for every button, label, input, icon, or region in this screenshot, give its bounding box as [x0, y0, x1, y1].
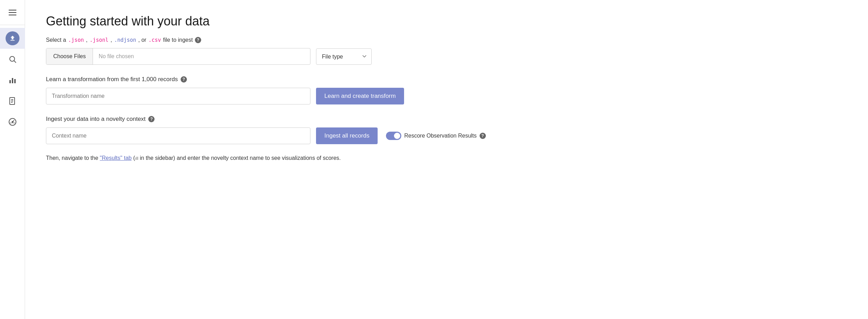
sidebar-item-dashboard[interactable]	[0, 111, 25, 132]
sidebar-bar-icon: ıll	[135, 156, 138, 161]
learn-transform-button[interactable]: Learn and create transform	[316, 88, 404, 104]
ingest-section-label: Ingest your data into a novelty context …	[46, 116, 847, 123]
transform-input-row: Learn and create transform	[46, 88, 847, 104]
upload-circle	[6, 31, 19, 45]
dashboard-icon	[8, 118, 17, 126]
svg-rect-3	[12, 78, 13, 83]
ingest-input-row: Ingest all records Rescore Observation R…	[46, 127, 847, 144]
file-section-description: Select a .json, .jsonl, .ndjson, or .csv…	[46, 37, 847, 43]
svg-line-1	[14, 61, 16, 63]
svg-point-0	[10, 56, 15, 61]
svg-rect-2	[9, 80, 11, 83]
sidebar-nav	[0, 25, 25, 132]
search-icon	[8, 55, 17, 63]
sidebar-item-analytics[interactable]	[0, 70, 25, 91]
footer-icon-prefix: (	[132, 155, 135, 161]
ingest-all-records-button[interactable]: Ingest all records	[316, 127, 378, 144]
main-content: Getting started with your data Select a …	[25, 0, 868, 319]
rescore-help-icon[interactable]: ?	[480, 133, 486, 139]
footer-note: Then, navigate to the "Results" tab (ıll…	[46, 154, 847, 162]
sidebar	[0, 0, 25, 319]
csv-ext: .csv	[148, 37, 161, 43]
footer-suffix: in the sidebar) and enter the novelty co…	[138, 155, 341, 161]
ingest-help-icon[interactable]: ?	[148, 116, 155, 122]
file-type-select[interactable]: File type JSON JSONL NDJSON CSV	[316, 48, 372, 65]
jsonl-ext: .jsonl	[89, 37, 108, 43]
rescore-toggle[interactable]	[386, 132, 401, 140]
hamburger-menu[interactable]	[0, 0, 25, 25]
file-input-wrapper: Choose Files No file chosen	[46, 48, 310, 65]
sidebar-item-documents[interactable]	[0, 91, 25, 111]
file-row: Choose Files No file chosen File type JS…	[46, 48, 847, 65]
file-help-icon[interactable]: ?	[195, 37, 201, 43]
ndjson-ext: .ndjson	[114, 37, 136, 43]
svg-point-9	[12, 122, 13, 123]
documents-icon	[8, 97, 17, 105]
transformation-name-input[interactable]	[46, 88, 310, 104]
upload-icon	[9, 35, 16, 42]
analytics-icon	[8, 76, 17, 84]
results-tab-link[interactable]: "Results" tab	[100, 155, 132, 161]
hamburger-icon	[9, 10, 16, 15]
sidebar-item-upload[interactable]	[0, 28, 25, 49]
page-title: Getting started with your data	[46, 14, 847, 29]
description-prefix: Select a	[46, 37, 66, 43]
transform-help-icon[interactable]: ?	[181, 76, 187, 83]
transform-section-label: Learn a transformation from the first 1,…	[46, 76, 847, 83]
svg-rect-4	[14, 79, 16, 83]
no-file-label: No file chosen	[93, 48, 310, 64]
rescore-label: Rescore Observation Results	[404, 133, 476, 139]
json-ext: .json	[68, 37, 84, 43]
rescore-toggle-wrapper: Rescore Observation Results ?	[386, 132, 486, 140]
footer-prefix: Then, navigate to the	[46, 155, 100, 161]
description-suffix: file to ingest	[163, 37, 193, 43]
context-name-input[interactable]	[46, 127, 310, 144]
toggle-slider	[386, 132, 401, 140]
sidebar-item-search[interactable]	[0, 49, 25, 70]
choose-files-button[interactable]: Choose Files	[46, 48, 93, 64]
